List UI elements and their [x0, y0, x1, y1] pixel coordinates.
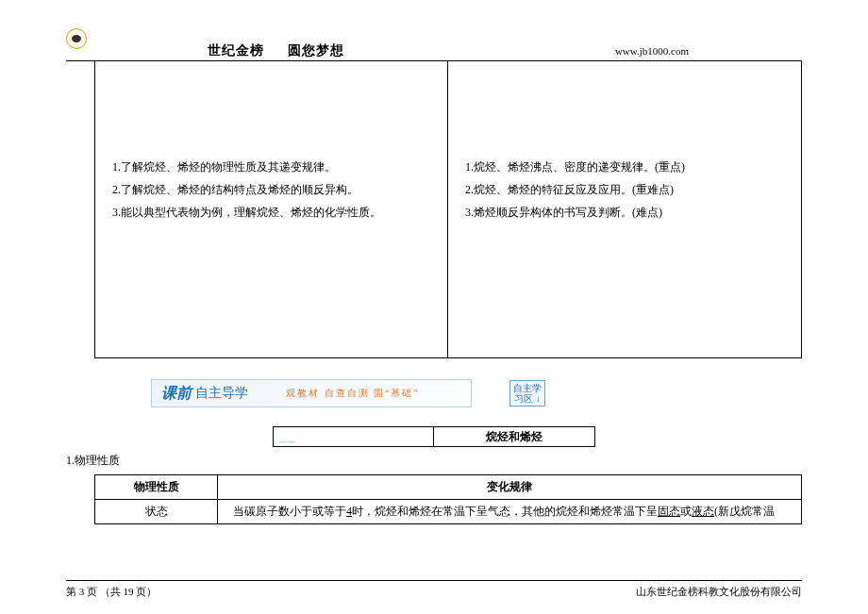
- topic-label: 烷烃和烯烃: [434, 427, 594, 446]
- topic-row: ﹏﹏ 烷烃和烯烃: [0, 426, 868, 447]
- badge-line2: 习区 ↓: [514, 393, 541, 404]
- topic-box: ﹏﹏ 烷烃和烯烃: [273, 426, 595, 447]
- learning-goals-box: 1.了解烷烃、烯烃的物理性质及其递变规律。 2.了解烷烃、烯烃的结构特点及烯烃的…: [94, 61, 802, 358]
- page-footer: 第 3 页 （共 19 页） 山东世纪金榜科教文化股份有限公司: [66, 580, 802, 599]
- banner-title-b: 自主导学: [195, 385, 248, 402]
- row-description: 当碳原子数小于或等于4时，烷烃和烯烃在常温下呈气态，其他的烷烃和烯烃常温下呈固态…: [218, 500, 802, 524]
- banner-subtitle: 观教材 自查自测 固“基础”: [286, 387, 420, 400]
- goals-right-column: 1.烷烃、烯烃沸点、密度的递变规律。(重点) 2.烷烃、烯烃的特征反应及应用。(…: [448, 61, 801, 357]
- goals-left-column: 1.了解烷烃、烯烃的物理性质及其递变规律。 2.了解烷烃、烯烃的结构特点及烯烃的…: [95, 61, 448, 357]
- page-header: 世纪金榜 圆您梦想 www.jb1000.com: [66, 0, 802, 61]
- goal-item: 3.能以典型代表物为例，理解烷烃、烯烃的化学性质。: [112, 201, 430, 224]
- page-number: 第 3 页 （共 19 页）: [66, 585, 157, 599]
- header-title: 世纪金榜: [208, 42, 264, 59]
- goal-item: 1.烷烃、烯烃沸点、密度的递变规律。(重点): [465, 156, 784, 178]
- wave-icon: ﹏﹏: [279, 434, 308, 443]
- self-study-badge: 自主学 习区 ↓: [509, 380, 545, 407]
- table-header: 物理性质: [95, 475, 218, 500]
- table-row: 状态 当碳原子数小于或等于4时，烷烃和烯烃在常温下呈气态，其他的烷烃和烯烃常温下…: [95, 500, 802, 524]
- table-header-row: 物理性质 变化规律: [95, 475, 802, 500]
- preclass-banner-row: 课前 自主导学 观教材 自查自测 固“基础” 自主学 习区 ↓: [66, 377, 802, 409]
- goal-item: 2.烷烃、烯烃的特征反应及应用。(重难点): [465, 178, 784, 201]
- badge-line1: 自主学: [513, 383, 542, 393]
- header-url: www.jb1000.com: [615, 45, 689, 57]
- topic-box-left: ﹏﹏: [274, 427, 434, 446]
- goal-item: 3.烯烃顺反异构体的书写及判断。(难点): [465, 201, 784, 224]
- table-header: 变化规律: [218, 475, 802, 500]
- goal-item: 2.了解烷烃、烯烃的结构特点及烯烃的顺反异构。: [112, 178, 430, 201]
- company-name: 山东世纪金榜科教文化股份有限公司: [636, 585, 802, 599]
- banner-title-a: 课前: [161, 384, 192, 404]
- preclass-banner: 课前 自主导学 观教材 自查自测 固“基础”: [151, 379, 472, 407]
- goal-item: 1.了解烷烃、烯烃的物理性质及其递变规律。: [112, 156, 430, 178]
- header-subtitle: 圆您梦想: [288, 42, 344, 59]
- section-number: 1.物理性质: [66, 453, 868, 469]
- logo-icon: [66, 28, 87, 49]
- row-label: 状态: [95, 500, 218, 524]
- physical-properties-table: 物理性质 变化规律 状态 当碳原子数小于或等于4时，烷烃和烯烃在常温下呈气态，其…: [94, 474, 802, 524]
